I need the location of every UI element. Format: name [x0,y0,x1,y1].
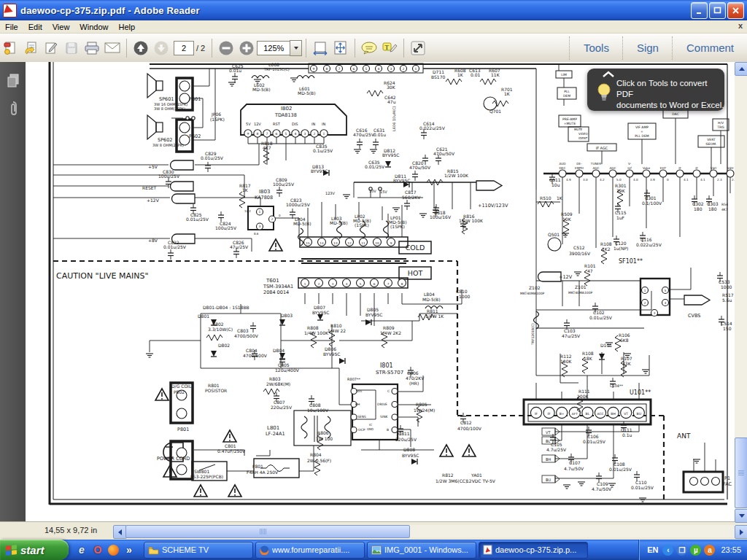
scroll-right-button[interactable] [735,525,747,539]
opera-icon[interactable]: O [92,544,104,556]
diode-symbol [317,314,323,320]
schematic-label: +8V [148,238,158,243]
horizontal-scrollbar[interactable] [113,525,747,537]
sign-panel-button[interactable]: Sign [624,34,672,62]
schematic-label: MUTE [574,128,583,131]
status-bar: 14,55 x 9,72 in [0,521,747,540]
schematic-label: VERT [707,138,716,141]
minimize-button[interactable] [691,2,708,19]
vertical-scrollbar[interactable] [735,62,747,521]
save-icon[interactable] [63,39,80,57]
horizontal-scroll-thumb[interactable] [125,525,410,538]
fit-page-icon[interactable] [332,39,349,57]
schematic-label: 3.9 [650,178,655,182]
hide-icons-chevron-icon[interactable]: ‹ [662,545,673,556]
save-as-icon[interactable] [22,39,39,57]
internet-explorer-icon[interactable]: e [76,544,88,556]
schematic-label: 4.1 [700,178,705,182]
schematic-label: 47u/25V [230,244,249,249]
schematic-mark [559,170,566,177]
zoom-in-icon[interactable] [238,39,255,57]
fit-width-icon[interactable] [311,39,329,57]
maximize-button[interactable] [709,2,726,19]
scroll-up-button[interactable] [735,62,747,76]
firefox-icon[interactable] [108,545,119,556]
schematic-mark [171,182,193,191]
title-bar[interactable]: daewoo-cp-375.zip.pdf - Adobe Reader [0,0,747,20]
network-icon[interactable]: ❐ [676,545,687,556]
taskbar-clock[interactable]: 23:55 [721,545,741,554]
menu-window[interactable]: Window [74,22,113,32]
tools-panel-button[interactable]: Tools [570,34,622,62]
create-pdf-icon[interactable] [1,39,19,57]
zoom-dropdown-button[interactable] [290,40,302,56]
start-button[interactable]: start [0,540,69,560]
schematic-label: DIS [292,122,298,126]
menubar-close-icon[interactable]: x [738,21,743,30]
schematic-label: IN [322,122,325,126]
next-page-icon[interactable] [152,39,170,57]
language-indicator[interactable]: EN [647,545,658,554]
print-icon[interactable] [83,39,101,57]
schematic-label: (1SPK) [355,222,369,228]
scroll-down-button[interactable] [735,509,747,523]
zoom-level-input[interactable]: 125% [257,41,290,55]
more-chevron-icon[interactable]: » [123,544,135,556]
taskbar-task-folder[interactable]: SCHEME TV [144,542,253,559]
menu-file[interactable]: File [0,22,23,32]
schematic-label: 4 [665,301,667,305]
schematic-mark [351,427,357,433]
comment-bubble-icon[interactable] [360,39,378,57]
schematic-label: C103 [564,328,576,333]
schematic-label: TRG [716,125,724,129]
schematic-label: 2W/68K(M) [266,381,290,386]
close-button[interactable] [727,2,744,19]
schematic-label: 2 [403,67,405,71]
schematic-label: 5V [246,122,251,126]
schematic-label: 8.6 [254,232,259,236]
schematic-label: VIDEO [578,132,588,136]
schematic-label: 100K [560,359,572,364]
pdf-page[interactable]: C6250.01uL668TRF-1015C(C)L602MD-5(B)L601… [26,62,735,521]
schematic-label: MD-5(B) [293,221,311,226]
schematic-label: R111 [578,389,590,394]
taskbar-task-firefox[interactable]: www.forumreparatii.... [255,542,365,559]
page-number-input[interactable]: 2 [174,41,194,55]
taskbar-task-adobe-pdf[interactable]: daewoo-cp-375.zip.p... [479,542,588,559]
system-tray: EN ‹❐µa 23:55 [639,540,747,560]
schematic-label: 0.1/100V [642,201,662,206]
schematic-label: C111 [621,427,632,432]
schematic-label: YA01 [471,472,482,478]
tools-hint-tooltip[interactable]: Click on Tools to convert PDF documents … [587,69,724,111]
schematic-label: F801 [252,464,263,469]
schematic-label: 1W 100 [316,436,333,441]
utorrent-icon[interactable]: µ [690,545,701,556]
email-icon[interactable] [104,39,121,57]
schematic-mark [156,122,163,132]
schematic-label: LF-24A1 [266,431,285,437]
schematic-label: B+ [560,412,565,416]
schematic-mark [480,79,496,85]
vertical-scroll-thumb[interactable] [735,438,747,508]
zoom-out-icon[interactable] [217,39,235,57]
schematic-mark [169,475,171,476]
menu-view[interactable]: View [47,22,75,32]
schematic-label: R108 [582,351,594,356]
comment-panel-button[interactable]: Comment [673,34,747,62]
attachments-paperclip-icon[interactable] [4,100,22,117]
previous-page-icon[interactable] [132,39,150,57]
menu-edit[interactable]: Edit [23,22,47,32]
schematic-label: AFT [572,412,578,416]
schematic-label: IN [311,122,315,126]
highlight-text-icon[interactable]: T [381,39,398,57]
sign-pen-icon[interactable] [42,39,60,57]
schematic-label: IC [369,423,372,427]
taskbar-task-image-viewer[interactable]: IMG_0001 - Windows... [367,542,476,559]
antivirus-icon[interactable]: a [704,545,715,556]
schematic-label: 5 [360,282,362,286]
fullscreen-icon[interactable] [409,39,427,57]
schematic-mark [263,148,269,164]
schematic-label: C302 [692,201,704,206]
menu-help[interactable]: Help [113,22,140,32]
page-thumbnails-icon[interactable] [4,72,22,90]
